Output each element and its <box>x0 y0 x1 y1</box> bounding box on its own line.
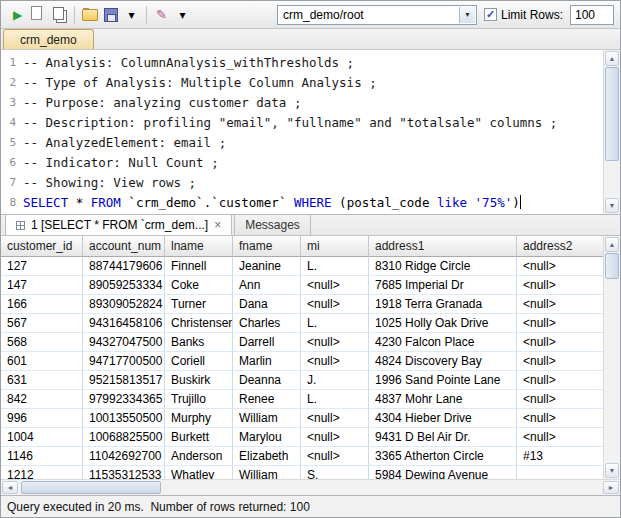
editor-line[interactable]: 1-- Analysis: ColumnAnalysis_withThresho… <box>1 53 603 73</box>
table-cell[interactable]: <null> <box>301 447 369 466</box>
column-header-account_num[interactable]: account_num <box>83 236 165 257</box>
combo-dropdown-icon[interactable]: ▼ <box>459 7 475 23</box>
horizontal-scroll-track[interactable] <box>19 480 602 495</box>
scroll-up-icon[interactable]: ▲ <box>605 237 619 252</box>
table-cell[interactable]: <null> <box>517 409 603 428</box>
table-cell[interactable]: William <box>233 466 301 479</box>
limit-rows-input[interactable] <box>570 5 614 25</box>
table-cell[interactable]: Buskirk <box>165 371 233 390</box>
table-cell[interactable]: Marlin <box>233 352 301 371</box>
table-cell[interactable]: <null> <box>517 276 603 295</box>
table-cell[interactable]: 10013550500 <box>83 409 165 428</box>
table-cell[interactable]: 631 <box>1 371 83 390</box>
sql-editor[interactable]: 1-- Analysis: ColumnAnalysis_withThresho… <box>1 50 603 214</box>
scroll-down-icon[interactable]: ▼ <box>605 463 619 478</box>
table-cell[interactable] <box>517 466 603 479</box>
table-cell[interactable]: 1146 <box>1 447 83 466</box>
table-cell[interactable]: S. <box>301 466 369 479</box>
table-cell[interactable]: Renee <box>233 390 301 409</box>
connection-combo[interactable]: crm_demo/root ▼ <box>277 5 477 25</box>
table-cell[interactable]: 568 <box>1 333 83 352</box>
close-icon[interactable]: × <box>214 219 221 231</box>
table-cell[interactable]: Dana <box>233 295 301 314</box>
table-cell[interactable]: Whatley <box>165 466 233 479</box>
horizontal-scroll-thumb[interactable] <box>21 481 161 494</box>
table-cell[interactable]: 1996 Sand Pointe Lane <box>369 371 517 390</box>
table-cell[interactable]: 601 <box>1 352 83 371</box>
column-header-customer_id[interactable]: customer_id <box>1 236 83 257</box>
table-cell[interactable]: 4824 Discovery Bay <box>369 352 517 371</box>
column-header-mi[interactable]: mi <box>301 236 369 257</box>
table-cell[interactable]: Burkett <box>165 428 233 447</box>
editor-vertical-scrollbar[interactable]: ▲ ▼ <box>603 50 620 214</box>
table-cell[interactable]: #13 <box>517 447 603 466</box>
table-cell[interactable]: 5984 Dewing Avenue <box>369 466 517 479</box>
table-cell[interactable]: <null> <box>517 390 603 409</box>
table-cell[interactable]: 97992334365 <box>83 390 165 409</box>
table-cell[interactable]: Banks <box>165 333 233 352</box>
table-row[interactable]: 100410068825500BurkettMarylou<null>9431 … <box>1 428 603 447</box>
table-cell[interactable]: 7685 Imperial Dr <box>369 276 517 295</box>
editor-line[interactable]: 7-- Showing: View rows ; <box>1 173 603 193</box>
table-cell[interactable]: 10068825500 <box>83 428 165 447</box>
table-cell[interactable]: 11042692700 <box>83 447 165 466</box>
table-cell[interactable]: 4837 Mohr Lane <box>369 390 517 409</box>
table-cell[interactable]: <null> <box>517 314 603 333</box>
table-row[interactable]: 60194717700500CoriellMarlin<null>4824 Di… <box>1 352 603 371</box>
table-cell[interactable]: <null> <box>301 295 369 314</box>
table-cell[interactable]: 127 <box>1 257 83 276</box>
editor-line[interactable]: 4-- Description: profiling "email", "ful… <box>1 113 603 133</box>
table-cell[interactable]: <null> <box>301 276 369 295</box>
limit-rows-checkbox[interactable]: ✓ <box>484 8 497 21</box>
table-cell[interactable]: 1212 <box>1 466 83 479</box>
table-cell[interactable]: L. <box>301 257 369 276</box>
table-row[interactable]: 56794316458106ChristensenCharlesL.1025 H… <box>1 314 603 333</box>
table-row[interactable]: 121211535312533WhatleyWilliamS.5984 Dewi… <box>1 466 603 479</box>
table-cell[interactable]: Marylou <box>233 428 301 447</box>
table-cell[interactable]: 1918 Terra Granada <box>369 295 517 314</box>
table-cell[interactable]: 166 <box>1 295 83 314</box>
table-cell[interactable]: <null> <box>301 352 369 371</box>
column-header-address2[interactable]: address2 <box>517 236 603 257</box>
run-icon[interactable]: ▶ <box>7 4 28 25</box>
tab-result-set[interactable]: 1 [SELECT * FROM `crm_dem...]× <box>5 214 232 235</box>
table-row[interactable]: 12788744179606FinnellJeanineL.8310 Ridge… <box>1 257 603 276</box>
table-row[interactable]: 84297992334365TrujilloReneeL.4837 Mohr L… <box>1 390 603 409</box>
table-cell[interactable]: William <box>233 409 301 428</box>
table-cell[interactable]: <null> <box>517 333 603 352</box>
copy-results-icon[interactable] <box>49 4 70 25</box>
table-row[interactable]: 63195215813517BuskirkDeannaJ.1996 Sand P… <box>1 371 603 390</box>
table-cell[interactable]: Murphy <box>165 409 233 428</box>
table-row[interactable]: 14789059253334CokeAnn<null>7685 Imperial… <box>1 276 603 295</box>
table-cell[interactable]: Christensen <box>165 314 233 333</box>
editor-line[interactable]: 2-- Type of Analysis: Multiple Column An… <box>1 73 603 93</box>
table-cell[interactable]: J. <box>301 371 369 390</box>
column-header-address1[interactable]: address1 <box>369 236 517 257</box>
editor-scroll-thumb[interactable] <box>605 67 619 161</box>
results-horizontal-scrollbar[interactable]: ◄ ► <box>1 479 620 495</box>
tab-crm-demo[interactable]: crm_demo <box>3 29 94 49</box>
table-cell[interactable]: Anderson <box>165 447 233 466</box>
table-cell[interactable]: 3365 Atherton Circle <box>369 447 517 466</box>
scroll-left-icon[interactable]: ◄ <box>2 481 18 494</box>
editor-line[interactable]: 3-- Purpose: analyzing customer data ; <box>1 93 603 113</box>
table-cell[interactable]: 567 <box>1 314 83 333</box>
table-cell[interactable]: 11535312533 <box>83 466 165 479</box>
editor-line[interactable]: 6-- Indicator: Null Count ; <box>1 153 603 173</box>
open-file-icon[interactable] <box>79 4 100 25</box>
scroll-down-icon[interactable]: ▼ <box>605 198 619 213</box>
table-cell[interactable]: Turner <box>165 295 233 314</box>
table-cell[interactable]: 95215813517 <box>83 371 165 390</box>
table-cell[interactable]: 842 <box>1 390 83 409</box>
table-cell[interactable]: 8310 Ridge Circle <box>369 257 517 276</box>
editor-line[interactable]: 8SELECT * FROM `crm_demo`.`customer` WHE… <box>1 193 603 213</box>
table-cell[interactable]: <null> <box>301 409 369 428</box>
table-cell[interactable]: 996 <box>1 409 83 428</box>
scroll-right-icon[interactable]: ► <box>603 481 619 494</box>
table-row[interactable]: 114611042692700AndersonElizabeth<null>33… <box>1 447 603 466</box>
table-row[interactable]: 56894327047500BanksDarrell<null>4230 Fal… <box>1 333 603 352</box>
table-cell[interactable]: Finnell <box>165 257 233 276</box>
table-cell[interactable]: Elizabeth <box>233 447 301 466</box>
table-cell[interactable]: Coriell <box>165 352 233 371</box>
table-cell[interactable]: <null> <box>517 428 603 447</box>
